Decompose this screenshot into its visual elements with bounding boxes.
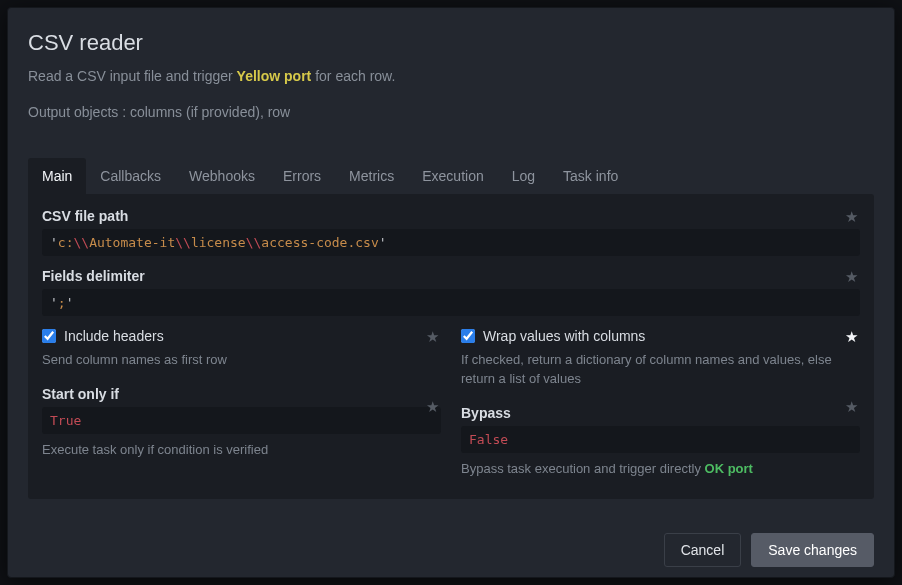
tabs: Main Callbacks Webhooks Errors Metrics E… <box>28 158 874 194</box>
include-headers-checkrow: Include headers <box>42 328 441 344</box>
wrap-values-checkrow: Wrap values with columns <box>461 328 860 344</box>
wrap-values-help: If checked, return a dictionary of colum… <box>461 351 860 389</box>
tab-errors[interactable]: Errors <box>269 158 335 194</box>
bypass-input[interactable]: False <box>461 426 860 453</box>
modal-subtitle: Read a CSV input file and trigger Yellow… <box>28 68 874 84</box>
yellow-port-label: Yellow port <box>237 68 312 84</box>
tab-callbacks[interactable]: Callbacks <box>86 158 175 194</box>
csv-file-path-field: ★ CSV file path 'c:\\Automate-it\\licens… <box>42 208 860 256</box>
bypass-help-pre: Bypass task execution and trigger direct… <box>461 461 705 476</box>
tab-main[interactable]: Main <box>28 158 86 194</box>
star-icon[interactable]: ★ <box>845 268 858 286</box>
modal-footer: Cancel Save changes <box>8 519 894 585</box>
star-icon[interactable]: ★ <box>845 208 858 226</box>
bypass-help: Bypass task execution and trigger direct… <box>461 460 860 479</box>
include-headers-help: Send column names as first row <box>42 351 441 370</box>
save-changes-button[interactable]: Save changes <box>751 533 874 567</box>
star-icon[interactable]: ★ <box>426 398 439 416</box>
wrap-values-col: ★ Wrap values with columns If checked, r… <box>461 328 860 479</box>
csv-file-path-input[interactable]: 'c:\\Automate-it\\license\\access-code.c… <box>42 229 860 256</box>
include-headers-col: ★ Include headers Send column names as f… <box>42 328 441 479</box>
tab-execution[interactable]: Execution <box>408 158 497 194</box>
fields-delimiter-field: ★ Fields delimiter ';' <box>42 268 860 316</box>
checkbox-row: ★ Include headers Send column names as f… <box>42 328 860 479</box>
tab-taskinfo[interactable]: Task info <box>549 158 632 194</box>
tab-log[interactable]: Log <box>498 158 549 194</box>
ok-port-label: OK port <box>705 461 753 476</box>
wrap-values-label: Wrap values with columns <box>483 328 645 344</box>
star-icon[interactable]: ★ <box>426 328 439 346</box>
fields-delimiter-input[interactable]: ';' <box>42 289 860 316</box>
subtitle-pre: Read a CSV input file and trigger <box>28 68 237 84</box>
include-headers-label: Include headers <box>64 328 164 344</box>
star-icon[interactable]: ★ <box>845 328 858 346</box>
include-headers-checkbox[interactable] <box>42 329 56 343</box>
wrap-values-checkbox[interactable] <box>461 329 475 343</box>
bypass-label: Bypass <box>461 405 860 421</box>
cancel-button[interactable]: Cancel <box>664 533 742 567</box>
modal-title: CSV reader <box>28 30 874 56</box>
star-icon[interactable]: ★ <box>845 398 858 416</box>
start-only-if-label: Start only if <box>42 386 441 402</box>
tab-webhooks[interactable]: Webhooks <box>175 158 269 194</box>
csv-file-path-label: CSV file path <box>42 208 860 224</box>
output-objects-line: Output objects : columns (if provided), … <box>28 104 874 120</box>
start-only-if-help: Execute task only if condition is verifi… <box>42 441 441 460</box>
subtitle-post: for each row. <box>311 68 395 84</box>
tab-metrics[interactable]: Metrics <box>335 158 408 194</box>
tab-content-main: ★ CSV file path 'c:\\Automate-it\\licens… <box>28 194 874 499</box>
fields-delimiter-label: Fields delimiter <box>42 268 860 284</box>
start-only-if-input[interactable]: True <box>42 407 441 434</box>
modal-header: CSV reader Read a CSV input file and tri… <box>8 8 894 128</box>
modal-dialog: CSV reader Read a CSV input file and tri… <box>7 7 895 578</box>
